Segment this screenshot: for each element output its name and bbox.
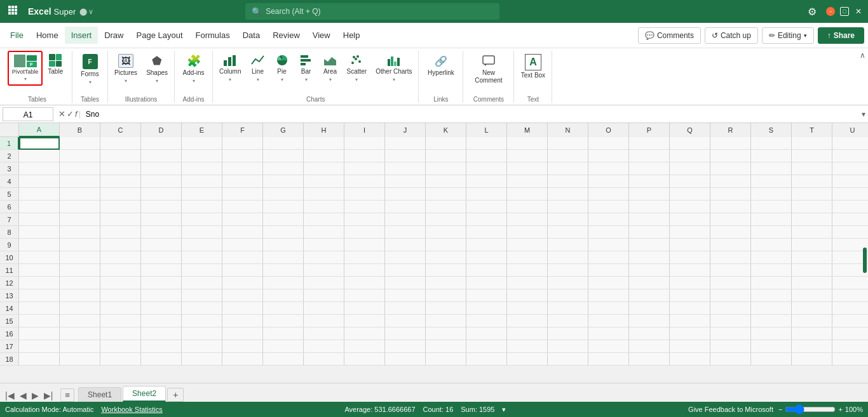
cell-K3[interactable] [426,162,466,175]
cell-I17[interactable] [344,340,385,353]
cell-S11[interactable] [751,264,792,277]
cell-N3[interactable] [548,162,588,175]
col-header-I[interactable]: I [344,123,385,137]
cell-L10[interactable] [466,251,507,264]
cell-H2[interactable] [304,150,344,162]
cell-D12[interactable] [141,277,182,289]
cell-C16[interactable] [100,328,141,340]
cell-G16[interactable] [263,328,304,340]
cell-I18[interactable] [344,353,385,366]
cell-M14[interactable] [507,302,548,315]
cell-J5[interactable] [385,188,426,201]
cell-G14[interactable] [263,302,304,315]
cell-O8[interactable] [588,226,629,239]
cell-P2[interactable] [629,150,670,162]
cell-J3[interactable] [385,162,426,175]
row-number-8[interactable]: 8 [0,226,19,239]
cell-S10[interactable] [751,251,792,264]
close-button[interactable]: ✕ [854,7,863,16]
row-number-5[interactable]: 5 [0,188,19,201]
row-number-6[interactable]: 6 [0,201,19,213]
cell-A15[interactable] [19,315,60,328]
settings-button[interactable]: ⚙ [803,3,821,20]
catchup-button[interactable]: ↺ Catch up [705,27,758,44]
cell-Q4[interactable] [670,175,710,188]
cell-M7[interactable] [507,213,548,226]
cell-O3[interactable] [588,162,629,175]
cell-N17[interactable] [548,340,588,353]
cell-U18[interactable] [832,353,868,366]
cell-E6[interactable] [182,201,222,213]
cell-D1[interactable] [141,137,182,150]
cell-E8[interactable] [182,226,222,239]
cell-N6[interactable] [548,201,588,213]
cell-F14[interactable] [222,302,263,315]
cell-G10[interactable] [263,251,304,264]
cell-D8[interactable] [141,226,182,239]
cell-A18[interactable] [19,353,60,366]
cell-N8[interactable] [548,226,588,239]
cell-K16[interactable] [426,328,466,340]
cell-N16[interactable] [548,328,588,340]
cell-P9[interactable] [629,239,670,251]
cell-C6[interactable] [100,201,141,213]
cell-N10[interactable] [548,251,588,264]
cell-F16[interactable] [222,328,263,340]
cell-C7[interactable] [100,213,141,226]
cell-H1[interactable] [304,137,344,150]
cell-E16[interactable] [182,328,222,340]
cell-T15[interactable] [792,315,832,328]
col-header-K[interactable]: K [426,123,466,137]
cell-M4[interactable] [507,175,548,188]
cell-K18[interactable] [426,353,466,366]
cell-P13[interactable] [629,289,670,302]
cell-B16[interactable] [60,328,100,340]
cell-R6[interactable] [710,201,751,213]
cell-C2[interactable] [100,150,141,162]
cell-A13[interactable] [19,289,60,302]
cell-L4[interactable] [466,175,507,188]
cell-E13[interactable] [182,289,222,302]
cell-F8[interactable] [222,226,263,239]
cell-B14[interactable] [60,302,100,315]
cell-N18[interactable] [548,353,588,366]
cell-O15[interactable] [588,315,629,328]
cell-N2[interactable] [548,150,588,162]
cell-U15[interactable] [832,315,868,328]
cell-B7[interactable] [60,213,100,226]
cell-U5[interactable] [832,188,868,201]
cell-P15[interactable] [629,315,670,328]
cell-F2[interactable] [222,150,263,162]
cell-Q12[interactable] [670,277,710,289]
cell-F15[interactable] [222,315,263,328]
cell-P16[interactable] [629,328,670,340]
cell-O16[interactable] [588,328,629,340]
cell-D5[interactable] [141,188,182,201]
cell-U16[interactable] [832,328,868,340]
cell-U1[interactable] [832,137,868,150]
cell-G15[interactable] [263,315,304,328]
search-input[interactable] [266,7,493,16]
cell-A1[interactable] [19,137,60,150]
cell-J6[interactable] [385,201,426,213]
cell-M12[interactable] [507,277,548,289]
cell-L7[interactable] [466,213,507,226]
cell-F3[interactable] [222,162,263,175]
cell-S17[interactable] [751,340,792,353]
cell-O2[interactable] [588,150,629,162]
cell-C18[interactable] [100,353,141,366]
cell-L5[interactable] [466,188,507,201]
cell-O4[interactable] [588,175,629,188]
cell-J1[interactable] [385,137,426,150]
cell-G13[interactable] [263,289,304,302]
cell-P8[interactable] [629,226,670,239]
cell-M9[interactable] [507,239,548,251]
cell-O10[interactable] [588,251,629,264]
cell-R14[interactable] [710,302,751,315]
cell-T4[interactable] [792,175,832,188]
col-header-F[interactable]: F [222,123,263,137]
cell-J12[interactable] [385,277,426,289]
cell-U2[interactable] [832,150,868,162]
cell-A2[interactable] [19,150,60,162]
cell-I7[interactable] [344,213,385,226]
